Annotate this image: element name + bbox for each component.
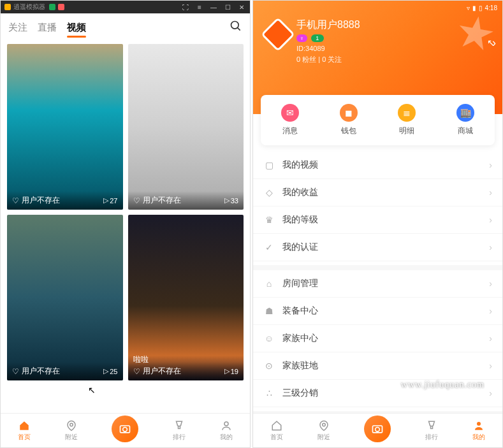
profile-name: 手机用户8888 xyxy=(296,18,360,32)
emulator-close-button[interactable]: ✕ xyxy=(237,3,246,11)
video-user: 用户不存在 xyxy=(143,366,181,377)
tab-follow[interactable]: 关注 xyxy=(8,22,27,34)
avatar[interactable] xyxy=(261,17,295,52)
chevron-right-icon: › xyxy=(489,160,492,170)
menu-row[interactable]: ☗装备中心› xyxy=(253,298,502,325)
nav-mine[interactable]: 我的 xyxy=(220,420,233,442)
menu-label: 房间管理 xyxy=(282,278,318,289)
play-icon: ▷ xyxy=(224,196,230,205)
tab-live[interactable]: 直播 xyxy=(38,22,57,34)
nav-nearby[interactable]: 附近 xyxy=(65,420,78,442)
video-plays: 27 xyxy=(110,197,117,205)
menu-icon: ⌂ xyxy=(263,278,275,289)
quick-actions: ✉ 消息 ◼ 钱包 ≣ 明细 🏬 商城 xyxy=(261,95,495,145)
menu-icon: ☺ xyxy=(263,333,275,344)
menu-row[interactable]: ▢我的视频› xyxy=(253,152,502,179)
menu-icon: ▢ xyxy=(263,159,275,171)
svg-point-4 xyxy=(123,427,128,431)
svg-point-6 xyxy=(322,423,325,426)
heart-icon: ♡ xyxy=(133,367,140,376)
emulator-fullscreen-icon[interactable]: ⛶ xyxy=(181,3,190,11)
emulator-app-icon xyxy=(4,4,11,10)
emulator-status-icon-1 xyxy=(49,4,55,10)
search-icon[interactable] xyxy=(230,20,242,35)
watermark: www.jiufuquan.com xyxy=(401,380,485,390)
svg-point-8 xyxy=(375,427,380,431)
nav-rank[interactable]: 排行 xyxy=(173,420,186,442)
video-card[interactable]: 啦啦 ♡ 用户不存在 ▷19 xyxy=(128,215,244,380)
emulator-maximize-button[interactable]: ☐ xyxy=(223,3,232,11)
menu-icon: ∴ xyxy=(263,387,275,399)
signal-icon: ▿ xyxy=(467,4,470,11)
menu-row[interactable]: ♛我的等级› xyxy=(253,206,502,234)
emulator-minimize-button[interactable]: — xyxy=(209,3,218,11)
chevron-right-icon: › xyxy=(489,306,492,316)
wifi-icon: ▮ xyxy=(472,4,476,11)
quick-wallet[interactable]: ◼ 钱包 xyxy=(319,104,378,136)
chevron-right-icon: › xyxy=(489,388,492,398)
menu-icon: ♛ xyxy=(263,214,275,226)
play-icon: ▷ xyxy=(103,196,108,205)
menu-row[interactable]: ⊙家族驻地› xyxy=(253,352,502,380)
nav-rank[interactable]: 排行 xyxy=(425,420,438,442)
play-icon: ▷ xyxy=(224,367,230,375)
quick-detail[interactable]: ≣ 明细 xyxy=(378,104,437,136)
status-time: 4:18 xyxy=(485,4,497,11)
tab-video[interactable]: 视频 xyxy=(67,22,86,34)
video-grid: ♡ 用户不存在 ▷27 ♡ 用户不存在 ▷33 ♡ 用户不存在 ▷25 啦啦 ♡… xyxy=(1,39,250,386)
mall-icon: 🏬 xyxy=(456,104,474,122)
quick-label: 明细 xyxy=(399,126,414,136)
menu-row[interactable]: ⌂房间管理› xyxy=(253,265,502,298)
svg-point-5 xyxy=(224,422,228,426)
nav-camera-button[interactable] xyxy=(112,415,138,442)
nav-label: 排行 xyxy=(425,433,438,442)
menu-icon: ☗ xyxy=(263,305,275,317)
svg-point-0 xyxy=(231,22,239,29)
menu-row[interactable]: ✓我的认证› xyxy=(253,234,502,261)
svg-line-1 xyxy=(238,28,240,31)
heart-icon: ♡ xyxy=(12,196,19,205)
profile-stats: 0 粉丝 | 0 关注 xyxy=(296,55,360,64)
battery-icon: ▯ xyxy=(479,4,483,11)
emulator-menu-icon[interactable]: ≡ xyxy=(195,3,204,11)
video-user: 用户不存在 xyxy=(22,195,60,206)
menu-row[interactable]: ◇我的收益› xyxy=(253,179,502,206)
nav-home[interactable]: 首页 xyxy=(18,420,31,442)
quick-label: 消息 xyxy=(282,126,298,136)
video-plays: 19 xyxy=(231,368,238,375)
menu-label: 家族中心 xyxy=(282,333,318,344)
quick-mall[interactable]: 🏬 商城 xyxy=(436,104,495,136)
right-phone: ▿ ▮ ▯ 4:18 ★ 手机用户8888 ♀ 1 ID:34089 0 粉丝 … xyxy=(252,0,503,448)
quick-messages[interactable]: ✉ 消息 xyxy=(261,104,319,136)
left-phone: 逍遥模拟器 ⛶ ≡ — ☐ ✕ 关注 直播 视频 ♡ 用户不存在 ▷27 xyxy=(0,0,251,448)
heart-icon: ♡ xyxy=(12,367,19,376)
emulator-status-icon-2 xyxy=(58,4,64,10)
nav-label: 首页 xyxy=(18,433,31,442)
profile-id: ID:34089 xyxy=(296,45,360,52)
nav-nearby[interactable]: 附近 xyxy=(317,420,330,442)
chevron-right-icon: › xyxy=(489,333,492,343)
svg-point-2 xyxy=(69,423,73,426)
video-user: 用户不存在 xyxy=(22,366,60,377)
menu-label: 我的视频 xyxy=(282,159,318,171)
profile-arrow-icon[interactable]: › xyxy=(492,36,496,50)
nav-camera-button[interactable] xyxy=(364,415,391,442)
video-user: 用户不存在 xyxy=(143,195,181,206)
mouse-cursor-icon: ↖ xyxy=(88,385,96,395)
menu-icon: ✓ xyxy=(263,242,275,253)
menu-label: 装备中心 xyxy=(282,305,318,317)
menu-label: 我的等级 xyxy=(282,214,318,226)
nav-mine[interactable]: 我的 xyxy=(472,420,485,442)
bottom-nav-right: 首页 附近 排行 我的 xyxy=(253,413,502,447)
menu-row[interactable]: ☺家族中心› xyxy=(253,325,502,352)
play-icon: ▷ xyxy=(103,367,108,375)
nav-home[interactable]: 首页 xyxy=(270,420,283,442)
chevron-right-icon: › xyxy=(489,278,492,289)
video-card[interactable]: ♡ 用户不存在 ▷33 xyxy=(128,44,244,210)
nav-label: 我的 xyxy=(220,433,233,442)
video-card[interactable]: ♡ 用户不存在 ▷25 xyxy=(7,215,123,380)
quick-label: 商城 xyxy=(458,126,473,136)
level-badge: 1 xyxy=(311,34,324,42)
video-card[interactable]: ♡ 用户不存在 ▷27 xyxy=(7,44,123,210)
gender-badge: ♀ xyxy=(296,34,307,42)
